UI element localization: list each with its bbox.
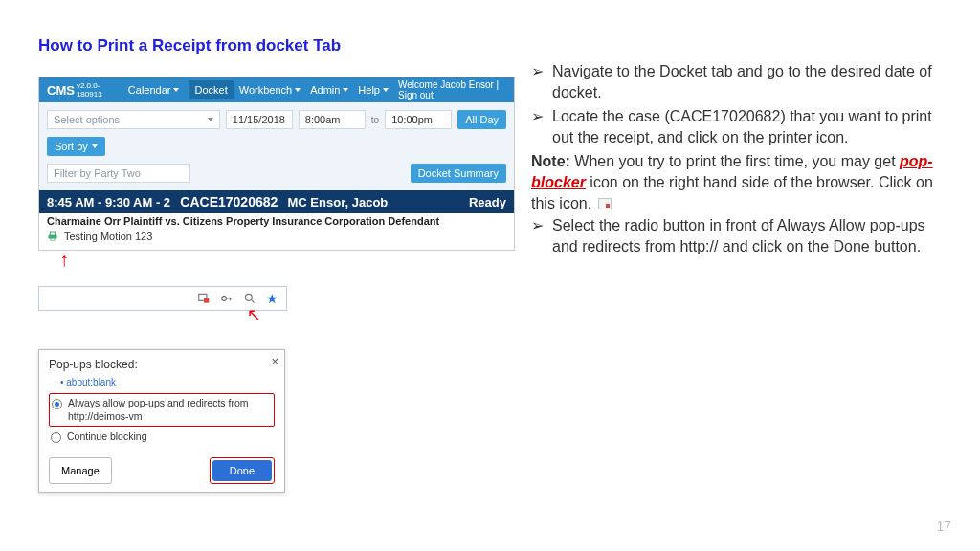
nav-docket[interactable]: Docket bbox=[189, 80, 233, 99]
nav-calendar-label: Calendar bbox=[128, 84, 171, 96]
popup-blocked-dialog: × Pop-ups blocked: about:blank Always al… bbox=[38, 349, 285, 493]
sort-by-label: Sort by bbox=[55, 141, 88, 152]
case-judge: MC Ensor, Jacob bbox=[288, 195, 389, 209]
note-part2: icon on the right hand side of the brows… bbox=[531, 174, 933, 211]
to-label: to bbox=[371, 115, 379, 125]
note-line: Note: When you try to print the first ti… bbox=[531, 151, 943, 213]
red-arrow-icon: ↑ bbox=[59, 249, 536, 271]
printer-icon[interactable] bbox=[47, 231, 58, 242]
popup-blocked-icon[interactable] bbox=[197, 292, 211, 305]
chevron-down-icon bbox=[208, 118, 213, 121]
time-to-input[interactable]: 10:00pm bbox=[385, 110, 452, 129]
popup-blocked-inline-icon bbox=[598, 198, 612, 209]
filter-row: Filter by Party Two Docket Summary bbox=[39, 164, 514, 190]
select-placeholder: Select options bbox=[54, 114, 120, 125]
all-day-button[interactable]: All Day bbox=[457, 110, 506, 129]
radio-allow[interactable] bbox=[52, 399, 62, 409]
cms-header: CMS v2.0.0-180913 Calendar Docket Workbe… bbox=[39, 77, 514, 102]
case-number: CACE17020682 bbox=[180, 194, 278, 209]
svg-rect-1 bbox=[204, 298, 209, 303]
motion-text: Testing Motion 123 bbox=[64, 231, 152, 242]
svg-point-3 bbox=[245, 294, 252, 300]
nav-workbench[interactable]: Workbench bbox=[239, 84, 301, 96]
case-summary: 8:45 AM - 9:30 AM - 2 CACE17020682 MC En… bbox=[47, 194, 388, 209]
red-arrow-diag-icon bbox=[247, 305, 724, 326]
page-number: 17 bbox=[936, 518, 951, 534]
bookmark-star-icon[interactable]: ★ bbox=[266, 291, 278, 306]
welcome-text[interactable]: Welcome Jacob Ensor | Sign out bbox=[398, 79, 506, 100]
case-parties: Charmaine Orr Plaintiff vs. Citizens Pro… bbox=[39, 213, 514, 229]
radio-allow-label: Always allow pop-ups and redirects from … bbox=[68, 397, 272, 423]
manage-button[interactable]: Manage bbox=[49, 457, 112, 484]
arrow-bullet-icon bbox=[531, 215, 552, 256]
bullet-1: Navigate to the Docket tab and go to the… bbox=[531, 61, 943, 102]
page-title: How to Print a Receipt from docket Tab bbox=[38, 36, 341, 55]
filter-party-input[interactable]: Filter by Party Two bbox=[47, 164, 190, 183]
popup-actions: Manage Done bbox=[49, 457, 275, 484]
arrow-bullet-icon bbox=[531, 61, 552, 102]
bullet-1-text: Navigate to the Docket tab and go to the… bbox=[552, 61, 943, 102]
nav-admin-label: Admin bbox=[310, 84, 340, 96]
allow-option-row[interactable]: Always allow pop-ups and redirects from … bbox=[49, 393, 275, 427]
sort-by-button[interactable]: Sort by bbox=[47, 137, 105, 156]
bullet-2-text: Locate the case (CACE17020682) that you … bbox=[552, 106, 943, 147]
caret-icon bbox=[92, 144, 98, 148]
nav-help[interactable]: Help bbox=[358, 84, 389, 96]
key-icon[interactable] bbox=[220, 292, 234, 305]
bullet-2: Locate the case (CACE17020682) that you … bbox=[531, 106, 943, 147]
done-button[interactable]: Done bbox=[212, 460, 272, 481]
cms-version: v2.0.0-180913 bbox=[77, 81, 115, 99]
block-option-row[interactable]: Continue blocking bbox=[49, 427, 275, 448]
instructions: Navigate to the Docket tab and go to the… bbox=[531, 61, 943, 260]
time-from-input[interactable]: 8:00am bbox=[299, 110, 366, 129]
caret-icon bbox=[173, 88, 179, 92]
caret-icon bbox=[295, 88, 301, 92]
nav-help-label: Help bbox=[358, 84, 380, 96]
nav-workbench-label: Workbench bbox=[239, 84, 292, 96]
radio-block[interactable] bbox=[51, 432, 61, 443]
case-time: 8:45 AM - 9:30 AM - 2 bbox=[47, 195, 170, 209]
caret-icon bbox=[343, 88, 348, 92]
nav-calendar[interactable]: Calendar bbox=[128, 84, 180, 96]
motion-row: Testing Motion 123 bbox=[39, 229, 514, 250]
docket-summary-button[interactable]: Docket Summary bbox=[411, 164, 506, 183]
popup-blocked-link[interactable]: about:blank bbox=[60, 377, 275, 387]
case-bar[interactable]: 8:45 AM - 9:30 AM - 2 CACE17020682 MC En… bbox=[39, 190, 514, 213]
left-column: CMS v2.0.0-180913 Calendar Docket Workbe… bbox=[38, 77, 515, 493]
cms-logo: CMS bbox=[47, 83, 75, 98]
done-highlight: Done bbox=[210, 457, 275, 484]
sort-row: Sort by bbox=[39, 137, 514, 164]
bullet-3-text: Select the radio button in front of Alwa… bbox=[552, 215, 943, 256]
filter-bar: Select options 11/15/2018 8:00am to 10:0… bbox=[39, 102, 514, 137]
date-input[interactable]: 11/15/2018 bbox=[226, 110, 293, 129]
select-options[interactable]: Select options bbox=[47, 110, 220, 129]
arrow-bullet-icon bbox=[531, 106, 552, 147]
close-icon[interactable]: × bbox=[271, 354, 278, 368]
caret-icon bbox=[383, 88, 389, 92]
svg-point-2 bbox=[222, 297, 227, 301]
note-part1: When you try to print the first time, yo… bbox=[570, 153, 900, 169]
radio-block-label: Continue blocking bbox=[67, 430, 146, 444]
nav-admin[interactable]: Admin bbox=[310, 84, 348, 96]
note-label: Note: bbox=[531, 153, 570, 169]
popup-title: Pop-ups blocked: bbox=[49, 358, 275, 371]
bullet-3: Select the radio button in front of Alwa… bbox=[531, 215, 943, 256]
case-status: Ready bbox=[469, 195, 506, 209]
cms-screenshot: CMS v2.0.0-180913 Calendar Docket Workbe… bbox=[38, 77, 515, 251]
zoom-icon[interactable] bbox=[243, 292, 256, 305]
